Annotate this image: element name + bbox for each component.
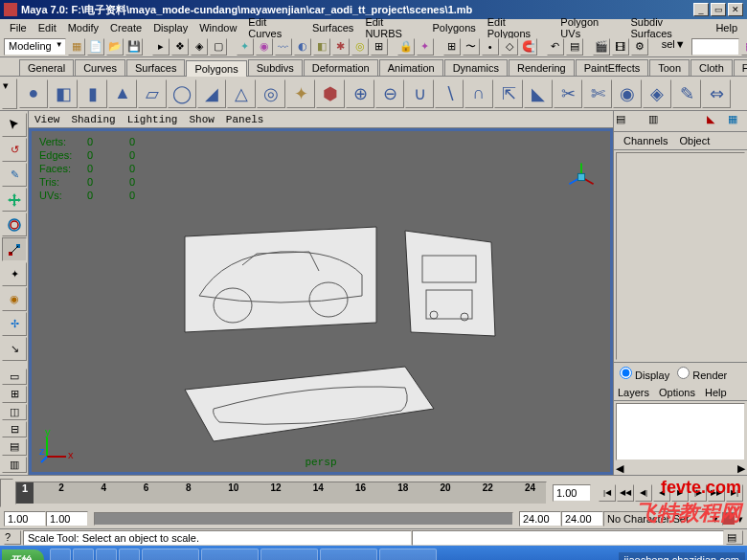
tool-settings-icon[interactable]: ◣: [707, 113, 724, 128]
soft-mod-tool[interactable]: ◉: [2, 287, 27, 311]
mirror-icon[interactable]: ⇔: [702, 79, 731, 108]
go-end-button[interactable]: ▶|: [726, 484, 743, 502]
poly-torus-icon[interactable]: ◯: [168, 79, 196, 108]
minimize-button[interactable]: _: [693, 3, 709, 16]
poly-sphere-icon[interactable]: ●: [19, 79, 48, 108]
hyper-layout-icon[interactable]: ⊟: [2, 421, 27, 437]
menu-subdiv-surfaces[interactable]: Subdiv Surfaces: [624, 15, 710, 40]
range-end-outer[interactable]: [561, 511, 603, 526]
boolean-inter-icon[interactable]: ∩: [464, 79, 493, 108]
shelf-tab-curves[interactable]: Curves: [75, 59, 125, 76]
step-fwd-button[interactable]: ▶▶: [708, 484, 725, 502]
subdiv-proxy-icon[interactable]: ◈: [643, 79, 671, 108]
step-back-button[interactable]: ◀◀: [617, 484, 634, 502]
current-time-field[interactable]: [553, 484, 591, 502]
start-button[interactable]: 开始: [2, 549, 44, 561]
snap-live-icon[interactable]: 🧲: [520, 38, 537, 56]
single-pane-icon[interactable]: ▭: [2, 369, 27, 385]
menu-window[interactable]: Window: [193, 21, 242, 34]
render-globals-icon[interactable]: ⚙: [631, 38, 648, 56]
shelf-tab-polygons[interactable]: Polygons: [186, 60, 246, 77]
taskbar-app[interactable]: [320, 549, 377, 560]
vp-menu-lighting[interactable]: Lighting: [127, 114, 178, 125]
shelf-tab-surfaces[interactable]: Surfaces: [126, 59, 185, 76]
taskbar-app[interactable]: [201, 549, 259, 560]
shelf-tab-fluids[interactable]: Fluids: [734, 59, 747, 76]
taskbar-app[interactable]: [142, 549, 199, 560]
snap-point-icon[interactable]: •: [482, 38, 499, 56]
shelf-tab-cloth[interactable]: Cloth: [690, 59, 733, 76]
char-dropdown-icon[interactable]: ▾: [713, 513, 718, 526]
go-start-button[interactable]: |◀: [599, 484, 616, 502]
menu-display[interactable]: Display: [147, 21, 193, 34]
character-set-field[interactable]: No Character Set: [603, 511, 709, 526]
status-icon[interactable]: ▦: [68, 38, 85, 56]
maximize-button[interactable]: ▭: [711, 3, 726, 16]
layer-list[interactable]: [616, 403, 745, 460]
menu-polygons[interactable]: Polygons: [427, 21, 482, 34]
filter-handle-icon[interactable]: ✦: [237, 38, 254, 56]
mode-selector[interactable]: Modeling: [4, 38, 66, 56]
select-tool[interactable]: [2, 113, 27, 137]
quick-launch-icon[interactable]: [96, 549, 117, 560]
manipulator-tool[interactable]: ✦: [2, 262, 27, 286]
quick-render-icon[interactable]: ▦: [741, 38, 747, 56]
filter-joint-icon[interactable]: ◉: [256, 38, 273, 56]
ipr-render-icon[interactable]: 🎞: [612, 38, 629, 56]
split-icon[interactable]: ✂: [554, 79, 582, 108]
menu-edit[interactable]: Edit: [33, 21, 62, 34]
shelf-tab-dynamics[interactable]: Dynamics: [444, 59, 508, 76]
shelf-tab-deformation[interactable]: Deformation: [304, 59, 378, 76]
new-scene-icon[interactable]: 📄: [87, 38, 104, 56]
save-scene-icon[interactable]: 💾: [125, 38, 143, 56]
script-editor-icon[interactable]: ▤: [726, 530, 743, 545]
poly-prism-icon[interactable]: ◢: [197, 79, 226, 108]
channel-tab-icon[interactable]: ▤: [616, 113, 633, 128]
key-menu-icon[interactable]: ▾: [737, 513, 743, 526]
taskbar-app[interactable]: [379, 549, 437, 560]
poly-soccer-icon[interactable]: ⬢: [316, 79, 345, 108]
quick-launch-icon[interactable]: [73, 549, 94, 560]
filter-curve-icon[interactable]: 〰: [275, 38, 292, 56]
move-tool[interactable]: [2, 188, 27, 212]
input-field-icon[interactable]: [691, 38, 739, 56]
display-radio[interactable]: Display: [620, 367, 669, 381]
vp-menu-view[interactable]: View: [34, 114, 59, 125]
render-icon[interactable]: 🎬: [593, 38, 610, 56]
scroll-right-icon[interactable]: ▶: [737, 462, 745, 475]
layers-menu-help[interactable]: Help: [705, 387, 727, 398]
shelf-tab-subdivs[interactable]: Subdivs: [248, 59, 303, 76]
range-slider[interactable]: [94, 512, 513, 526]
menu-polygon-uvs[interactable]: Polygon UVs: [555, 15, 624, 40]
menu-edit-polygons[interactable]: Edit Polygons: [482, 15, 555, 40]
rotate-tool[interactable]: [2, 213, 27, 236]
shelf-tab-general[interactable]: General: [19, 59, 74, 76]
snap-plane-icon[interactable]: ◇: [501, 38, 518, 56]
shelf-tab-toon[interactable]: Toon: [649, 59, 690, 76]
range-start-outer[interactable]: [4, 511, 46, 526]
sel-comp-icon[interactable]: ▢: [210, 38, 227, 56]
menu-edit-curves[interactable]: Edit Curves: [242, 15, 306, 40]
channel-list[interactable]: [616, 152, 745, 360]
scroll-left-icon[interactable]: ◀: [616, 462, 623, 475]
poly-helix-icon[interactable]: ✦: [286, 79, 315, 108]
object-tab[interactable]: Object: [673, 134, 715, 147]
filter-deform-icon[interactable]: ◧: [313, 38, 330, 56]
time-scroll-left[interactable]: [0, 479, 13, 507]
layers-menu-options[interactable]: Options: [659, 387, 695, 398]
persp-layout-icon[interactable]: ▤: [2, 438, 27, 455]
help-icon[interactable]: ?: [4, 530, 21, 545]
sculpt-icon[interactable]: ✎: [672, 79, 701, 108]
play-fwd-button[interactable]: ▶: [671, 484, 689, 502]
filter-dynamic-icon[interactable]: ✱: [332, 38, 350, 56]
filter-misc-icon[interactable]: ⊞: [371, 38, 388, 56]
last-tool[interactable]: ↘: [2, 337, 27, 361]
ae-icon[interactable]: ▦: [728, 113, 745, 128]
script-layout-icon[interactable]: ▥: [2, 457, 27, 473]
key-fwd-button[interactable]: |▶: [690, 484, 707, 502]
system-tray[interactable]: jiaocheng.chazidian.com: [619, 552, 745, 560]
combine-icon[interactable]: ⊕: [346, 79, 374, 108]
snap-curve-icon[interactable]: 〜: [463, 38, 480, 56]
input-line-icon[interactable]: ▤: [566, 38, 583, 56]
poly-cylinder-icon[interactable]: ▮: [79, 79, 107, 108]
